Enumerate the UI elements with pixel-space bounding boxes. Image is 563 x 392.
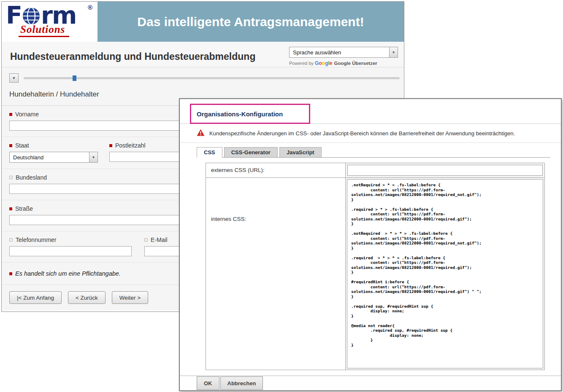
optional-marker-icon [9, 176, 13, 179]
cancel-button[interactable]: Abbrechen [220, 376, 263, 390]
slider-dropdown-button[interactable]: ▼ [9, 73, 19, 83]
staat-label: Staat [9, 142, 98, 149]
internal-css-cell: .notRequired > * > .fs-label:before { co… [346, 178, 544, 370]
globe-icon [22, 7, 41, 25]
form-title-bar: Hundesteueranmeldung und Hundesteuerabme… [2, 42, 404, 67]
dialog-title: Organisations-Konfiguration [197, 110, 283, 118]
annotation-highlight-box: Organisations-Konfiguration [190, 104, 310, 124]
ok-button[interactable]: OK [197, 376, 219, 390]
dialog-title-bar: Organisations-Konfiguration [180, 99, 561, 124]
language-select-value: Sprache auswählen [290, 49, 389, 56]
powered-by-text: Powered by [289, 61, 314, 66]
external-css-label: externes CSS (URL): [206, 163, 346, 178]
language-select[interactable]: Sprache auswählen ▼ [289, 47, 398, 58]
chevron-down-icon[interactable]: ▼ [389, 47, 398, 57]
registered-trademark: ® [88, 4, 92, 11]
banner-tagline-area: Das intelligente Antragsmanagement! [97, 2, 404, 42]
slider-handle[interactable] [73, 75, 76, 81]
tab-javascript[interactable]: JavaScript [279, 147, 322, 157]
staat-select[interactable]: Deutschland ▼ [9, 152, 98, 163]
progress-slider[interactable] [24, 77, 400, 79]
telefonnummer-input[interactable] [9, 246, 132, 256]
required-marker-icon [109, 144, 112, 147]
warning-text: Kundenspezifische Änderungen im CSS- ode… [209, 130, 515, 137]
banner: F rm ® Solutions D [2, 2, 404, 42]
warning-row: Kundenspezifische Änderungen im CSS- ode… [180, 124, 561, 143]
page-title: Hundesteueranmeldung und Hundesteuerabme… [10, 51, 255, 62]
form-solutions-logo: F rm ® Solutions [2, 2, 97, 42]
chevron-down-icon: ▼ [12, 76, 16, 80]
external-css-input[interactable] [347, 165, 543, 176]
optional-marker-icon [9, 238, 13, 242]
chevron-down-icon[interactable]: ▼ [89, 152, 97, 162]
required-marker-icon [9, 272, 12, 275]
css-config-table: externes CSS (URL): internes CSS: .notRe… [206, 163, 545, 370]
google-translate-label: Google Übersetzer [334, 61, 377, 66]
translate-attribution: Powered byGoogleGoogle Übersetzer [289, 60, 398, 66]
required-marker-icon [9, 144, 12, 147]
internal-css-label: internes CSS: [206, 178, 346, 370]
tab-bar: CSS CSS-Generator JavaScript [197, 147, 550, 158]
to-start-button[interactable]: |< Zum Anfang [9, 291, 62, 304]
google-logo: Google [315, 60, 332, 66]
back-button[interactable]: < Zurück [68, 291, 106, 304]
staat-select-value: Deutschland [10, 154, 89, 161]
tab-css-generator[interactable]: CSS-Generator [224, 147, 278, 157]
required-marker-icon [9, 207, 12, 210]
tab-css[interactable]: CSS [197, 147, 222, 158]
external-css-cell [346, 163, 544, 178]
next-button[interactable]: Weiter > [112, 291, 148, 304]
organisations-konfiguration-dialog: Organisations-Konfiguration Kundenspezif… [179, 98, 562, 391]
telefonnummer-label: Telefonnummer [9, 236, 132, 243]
logo-solutions-text: Solutions [19, 24, 69, 37]
progress-slider-row: ▼ [2, 67, 404, 87]
internal-css-textarea[interactable]: .notRequired > * > .fs-label:before { co… [347, 179, 543, 368]
warning-icon [197, 129, 205, 138]
required-marker-icon [9, 113, 12, 116]
banner-tagline: Das intelligente Antragsmanagement! [137, 15, 364, 29]
dialog-footer: OK Abbrechen [180, 376, 561, 390]
language-block: Sprache auswählen ▼ Powered byGoogleGoog… [289, 47, 398, 66]
optional-marker-icon [144, 238, 148, 242]
